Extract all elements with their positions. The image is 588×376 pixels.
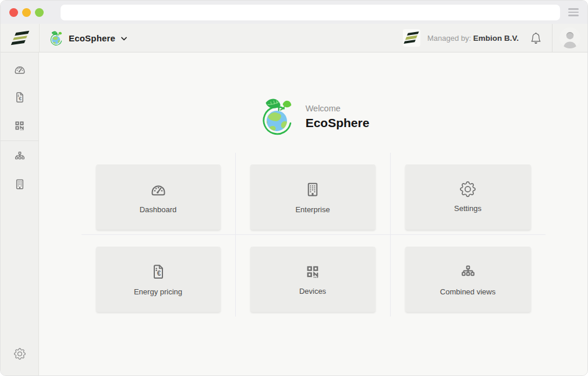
sidebar-item-enterprise[interactable] <box>1 170 38 198</box>
close-window-button[interactable] <box>9 8 18 17</box>
managed-by-label: Managed by: <box>427 34 471 43</box>
organization-switcher[interactable]: EcoSphere <box>48 30 127 47</box>
sidebar-logo-cell[interactable] <box>1 24 40 52</box>
avatar <box>559 27 580 48</box>
embion-logo-icon <box>10 30 29 46</box>
tile-devices[interactable]: Devices <box>250 247 376 312</box>
welcome-greeting: Welcome <box>306 104 370 113</box>
browser-chrome <box>1 1 587 24</box>
main-content: Welcome EcoSphere Dashboard <box>39 52 587 375</box>
sitemap-icon <box>13 150 26 163</box>
app-header: EcoSphere Managed by: Embion B.V. <box>1 24 587 52</box>
sitemap-icon <box>459 263 477 280</box>
tile-energy-pricing[interactable]: Energy pricing <box>96 247 221 312</box>
chevron-down-icon <box>121 37 127 41</box>
navigation-grid: Dashboard Enterprise <box>82 153 546 317</box>
url-bar[interactable] <box>61 5 560 20</box>
notifications-button[interactable] <box>530 33 541 44</box>
organization-name: EcoSphere <box>69 33 115 43</box>
gear-icon <box>460 181 476 197</box>
ecosphere-logo-icon <box>48 30 64 47</box>
maximize-window-button[interactable] <box>35 8 44 17</box>
managed-by-logo <box>403 29 420 47</box>
managed-by-text: Managed by: Embion B.V. <box>427 34 519 43</box>
embion-logo-icon <box>403 31 419 44</box>
welcome-title: EcoSphere <box>306 116 370 130</box>
speedometer-icon <box>150 181 167 198</box>
tile-label: Enterprise <box>295 205 330 214</box>
tile-label: Dashboard <box>140 205 177 214</box>
tile-enterprise[interactable]: Enterprise <box>250 164 376 230</box>
sidebar-item-combined-views[interactable] <box>1 142 38 170</box>
managed-by-name: Embion B.V. <box>473 34 519 43</box>
ecosphere-logo-icon <box>257 96 297 138</box>
welcome-banner: Welcome EcoSphere <box>39 96 587 138</box>
browser-window: EcoSphere Managed by: Embion B.V. <box>0 0 588 376</box>
tile-settings[interactable]: Settings <box>405 164 531 230</box>
devices-grid-icon <box>304 263 321 280</box>
browser-menu-icon[interactable] <box>568 6 579 17</box>
sidebar-item-energy-pricing[interactable] <box>1 83 38 111</box>
invoice-euro-icon <box>150 263 167 280</box>
building-icon <box>13 178 26 191</box>
window-controls <box>9 8 44 17</box>
user-menu-button[interactable] <box>552 27 587 48</box>
speedometer-icon <box>13 63 26 76</box>
tile-label: Energy pricing <box>134 287 182 296</box>
sidebar-item-settings[interactable] <box>1 340 38 368</box>
sidebar-item-dashboard[interactable] <box>1 55 38 83</box>
invoice-euro-icon <box>13 91 26 104</box>
tile-label: Settings <box>454 204 481 213</box>
bell-icon <box>530 33 541 44</box>
building-icon <box>304 181 321 198</box>
tile-label: Devices <box>299 287 326 296</box>
minimize-window-button[interactable] <box>22 8 31 17</box>
tile-dashboard[interactable]: Dashboard <box>96 164 221 230</box>
sidebar <box>1 52 39 375</box>
sidebar-divider <box>1 140 38 141</box>
devices-grid-icon <box>13 120 26 132</box>
gear-icon <box>14 348 26 360</box>
tile-label: Combined views <box>440 287 495 296</box>
sidebar-item-devices[interactable] <box>1 111 38 139</box>
tile-combined-views[interactable]: Combined views <box>405 247 531 312</box>
